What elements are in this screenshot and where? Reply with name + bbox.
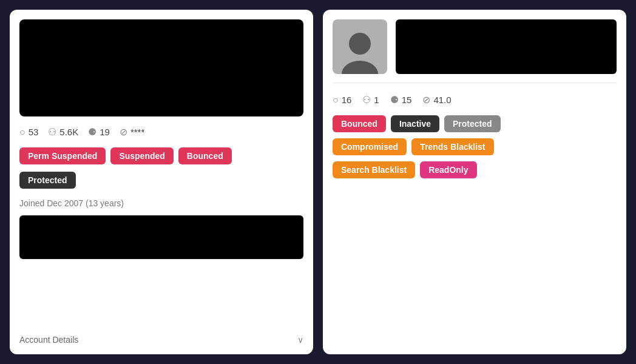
blocked-icon-right: ⊘ xyxy=(422,94,430,106)
blocked-stat-right: ⊘ 41.0 xyxy=(422,94,451,106)
bounced-badge-right[interactable]: Bounced xyxy=(333,115,386,132)
profile-name-image xyxy=(396,19,617,74)
following-icon-right: ⚈ xyxy=(390,94,399,106)
bounced-badge[interactable]: Bounced xyxy=(178,147,232,164)
account-details-row[interactable]: Account Details ∨ xyxy=(19,332,303,345)
following-icon: ⚈ xyxy=(88,126,96,138)
bio-text xyxy=(19,215,303,259)
main-container: ○ 53 ⚇ 5.6K ⚈ 19 ⊘ **** Perm Suspended S… xyxy=(0,0,636,364)
divider xyxy=(333,83,617,83)
following-stat: ⚈ 19 xyxy=(88,126,110,138)
svg-point-1 xyxy=(342,61,378,74)
perm-suspended-badge[interactable]: Perm Suspended xyxy=(19,147,106,164)
right-card: ○ 16 ⚇ 1 ⚈ 15 ⊘ 41.0 Bounced Inactive Pr… xyxy=(323,10,626,354)
left-badges-row-2: Protected xyxy=(19,172,303,189)
protected-badge[interactable]: Protected xyxy=(19,172,76,189)
joined-date: Joined Dec 2007 (13 years) xyxy=(19,198,303,208)
blocked-icon: ⊘ xyxy=(120,126,127,138)
followers-icon-right: ⚇ xyxy=(362,94,371,106)
right-badges-row-2: Compromised Trends Blacklist xyxy=(333,138,617,155)
followers-stat-right: ⚇ 1 xyxy=(362,94,379,106)
right-badges-row-1: Bounced Inactive Protected xyxy=(333,115,617,132)
followers-stat: ⚇ 5.6K xyxy=(48,126,78,138)
account-details-label: Account Details xyxy=(19,335,78,345)
compromised-badge[interactable]: Compromised xyxy=(333,138,407,155)
trends-blacklist-badge[interactable]: Trends Blacklist xyxy=(411,138,493,155)
svg-point-0 xyxy=(349,33,371,55)
blocked-stat: ⊘ **** xyxy=(120,126,144,138)
suspended-badge[interactable]: Suspended xyxy=(110,147,173,164)
comment-icon-right: ○ xyxy=(333,95,339,106)
right-badges-section: Bounced Inactive Protected Compromised T… xyxy=(333,115,617,178)
left-stats-row: ○ 53 ⚇ 5.6K ⚈ 19 ⊘ **** xyxy=(19,124,303,140)
search-blacklist-badge[interactable]: Search Blacklist xyxy=(333,161,415,178)
readonly-badge[interactable]: ReadOnly xyxy=(420,161,476,178)
banner-image xyxy=(19,19,303,116)
inactive-badge[interactable]: Inactive xyxy=(391,115,439,132)
chevron-down-icon: ∨ xyxy=(297,335,303,345)
comment-icon: ○ xyxy=(19,127,25,138)
comments-stat-right: ○ 16 xyxy=(333,95,351,106)
right-badges-row-3: Search Blacklist ReadOnly xyxy=(333,161,617,178)
comments-stat: ○ 53 xyxy=(19,127,38,138)
protected-badge-right[interactable]: Protected xyxy=(444,115,501,132)
following-stat-right: ⚈ 15 xyxy=(390,94,412,106)
left-card: ○ 53 ⚇ 5.6K ⚈ 19 ⊘ **** Perm Suspended S… xyxy=(10,10,313,354)
followers-icon: ⚇ xyxy=(48,126,56,138)
avatar-silhouette-icon xyxy=(340,30,379,74)
profile-header xyxy=(333,19,617,74)
left-badges-row: Perm Suspended Suspended Bounced xyxy=(19,147,303,164)
right-stats-row: ○ 16 ⚇ 1 ⚈ 15 ⊘ 41.0 xyxy=(333,92,617,108)
avatar xyxy=(333,19,387,74)
